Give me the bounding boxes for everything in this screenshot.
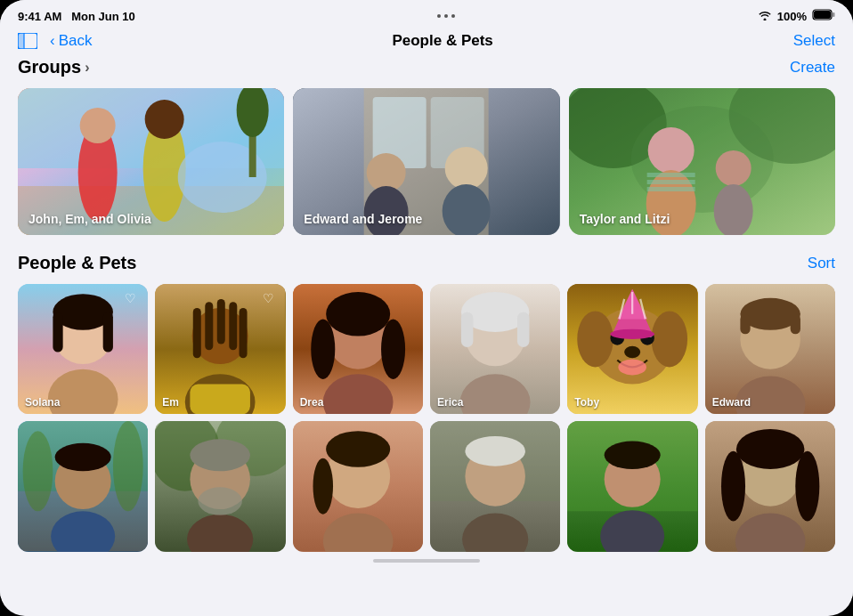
ipad-frame: 9:41 AM Mon Jun 10 100% <box>0 0 853 616</box>
groups-grid: John, Em, and Olivia <box>18 88 835 235</box>
svg-rect-45 <box>206 302 214 350</box>
person-card-toby[interactable]: Toby <box>567 284 697 414</box>
svg-rect-61 <box>517 312 530 347</box>
dot-3 <box>451 14 455 18</box>
svg-point-54 <box>311 319 335 379</box>
svg-rect-31 <box>646 180 695 184</box>
sort-button[interactable]: Sort <box>808 255 835 272</box>
svg-point-70 <box>624 346 640 359</box>
svg-rect-44 <box>193 308 201 358</box>
person-name-drea: Drea <box>300 396 324 409</box>
svg-point-118 <box>721 451 745 522</box>
svg-point-87 <box>23 432 53 512</box>
group-label-1: John, Em, and Olivia <box>28 212 151 226</box>
dot-1 <box>437 14 441 18</box>
svg-point-28 <box>647 127 694 174</box>
group-card-1[interactable]: John, Em, and Olivia <box>18 88 284 235</box>
svg-rect-39 <box>53 312 62 353</box>
person-card-drea[interactable]: Drea <box>293 284 423 414</box>
main-content: Groups › Create <box>0 57 853 598</box>
svg-point-53 <box>326 292 390 336</box>
wifi-icon <box>758 10 772 23</box>
back-label: Back <box>59 32 93 50</box>
group-card-3[interactable]: Taylor and Litzi <box>569 88 835 235</box>
svg-rect-30 <box>646 173 695 177</box>
svg-rect-48 <box>240 308 248 358</box>
status-right: 100% <box>758 8 835 24</box>
svg-rect-49 <box>191 385 251 415</box>
person-card-edward[interactable]: Edward <box>705 284 835 414</box>
svg-rect-83 <box>790 314 800 335</box>
svg-rect-60 <box>461 312 474 347</box>
svg-rect-46 <box>217 299 225 344</box>
svg-point-98 <box>199 488 243 516</box>
people-pets-title: People & Pets <box>18 253 136 273</box>
svg-point-71 <box>619 359 647 375</box>
svg-point-55 <box>381 319 405 379</box>
person-card-solana[interactable]: ♡ Solana <box>18 284 148 414</box>
select-button[interactable]: Select <box>793 32 835 50</box>
svg-point-91 <box>55 443 111 472</box>
heart-icon-em: ♡ <box>263 291 279 307</box>
chevron-left-icon: ‹ <box>50 32 55 50</box>
page-title: People & Pets <box>392 32 492 50</box>
svg-point-65 <box>652 311 688 367</box>
person-name-erica: Erica <box>437 396 463 409</box>
svg-point-64 <box>578 311 614 367</box>
svg-point-10 <box>80 108 116 143</box>
person-card-11[interactable] <box>567 421 697 551</box>
person-card-em[interactable]: ♡ Em <box>155 284 285 414</box>
scroll-indicator <box>373 559 480 563</box>
create-button[interactable]: Create <box>790 59 835 77</box>
svg-point-113 <box>605 442 661 470</box>
person-name-toby: Toby <box>574 396 599 409</box>
svg-point-12 <box>145 100 184 139</box>
svg-rect-47 <box>230 302 238 350</box>
group-label-3: Taylor and Litzi <box>580 212 670 226</box>
svg-point-117 <box>736 429 805 469</box>
groups-title[interactable]: Groups › <box>18 57 89 77</box>
svg-point-102 <box>326 432 390 468</box>
sidebar-toggle-icon[interactable] <box>18 33 37 49</box>
person-name-solana: Solana <box>25 396 60 409</box>
groups-chevron-icon: › <box>85 60 89 76</box>
person-card-7[interactable] <box>18 421 148 551</box>
svg-point-88 <box>113 421 143 511</box>
svg-rect-40 <box>103 312 113 353</box>
svg-point-108 <box>465 436 525 466</box>
person-card-erica[interactable]: Erica <box>430 284 560 414</box>
person-card-8[interactable] <box>155 421 285 551</box>
person-card-12[interactable] <box>705 421 835 551</box>
people-grid-row1: ♡ Solana ♡ <box>18 284 835 414</box>
groups-section-header: Groups › Create <box>18 57 835 77</box>
group-label-2: Edward and Jerome <box>304 212 422 226</box>
svg-point-103 <box>313 458 333 515</box>
svg-point-97 <box>191 440 251 472</box>
svg-rect-2 <box>833 12 835 17</box>
back-button[interactable]: ‹ Back <box>50 32 92 50</box>
dot-2 <box>444 14 448 18</box>
person-name-edward: Edward <box>712 396 751 409</box>
battery-icon <box>812 8 835 24</box>
svg-rect-32 <box>646 187 695 191</box>
people-grid-row2 <box>18 421 835 551</box>
status-dots <box>437 14 455 18</box>
status-bar: 9:41 AM Mon Jun 10 100% <box>0 0 853 28</box>
time-display: 9:41 AM <box>18 10 61 23</box>
groups-title-label: Groups <box>18 57 81 77</box>
heart-icon-solana: ♡ <box>125 291 141 307</box>
svg-point-77 <box>611 329 655 339</box>
svg-rect-82 <box>740 314 750 335</box>
person-card-9[interactable] <box>293 421 423 551</box>
svg-rect-1 <box>814 11 831 19</box>
date-display: Mon Jun 10 <box>71 10 135 23</box>
svg-rect-4 <box>18 33 24 49</box>
person-name-em: Em <box>162 396 179 409</box>
status-time: 9:41 AM Mon Jun 10 <box>18 10 135 23</box>
svg-point-119 <box>795 451 819 522</box>
group-card-2[interactable]: Edward and Jerome <box>293 88 559 235</box>
battery-percent: 100% <box>777 10 807 23</box>
person-card-10[interactable] <box>430 421 560 551</box>
people-pets-header: People & Pets Sort <box>18 253 835 273</box>
svg-point-33 <box>715 150 751 186</box>
